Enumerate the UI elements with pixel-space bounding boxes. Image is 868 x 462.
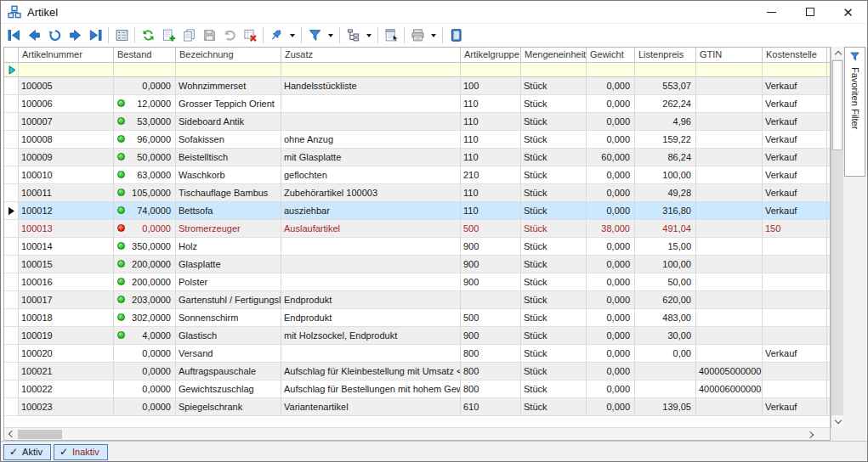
inaktiv-toggle-button[interactable]: ✓ Inaktiv <box>54 444 108 460</box>
scroll-up-button[interactable] <box>831 47 844 59</box>
cell-listenpreis[interactable] <box>635 363 696 380</box>
table-row[interactable]: 100018302,0000SonnenschirmEndprodukt500S… <box>4 309 830 327</box>
filter-cell-bezeichnung[interactable] <box>176 63 281 77</box>
cell-mengeneinheit[interactable]: Stück <box>521 380 587 398</box>
cell-mengeneinheit[interactable]: Stück <box>521 238 587 256</box>
refresh-button[interactable] <box>138 25 158 45</box>
cell-zusatz[interactable] <box>281 113 461 131</box>
row-selector-cell[interactable] <box>4 363 19 380</box>
cell-mengeneinheit[interactable]: Stück <box>521 131 587 149</box>
previous-record-button[interactable] <box>24 25 44 45</box>
table-row[interactable]: 10000612,0000Grosser Teppich Orient110St… <box>4 95 830 113</box>
column-header-artikelnummer[interactable]: Artikelnummer <box>19 48 114 63</box>
cell-artikelgruppe[interactable]: 110 <box>461 184 521 202</box>
filter-cell-h[interactable] <box>827 63 830 77</box>
row-selector-cell[interactable] <box>4 113 19 131</box>
row-selector-cell[interactable] <box>4 184 19 202</box>
cell-artikelnummer[interactable]: 100019 <box>19 327 114 345</box>
cell-artikelnummer[interactable]: 100013 <box>19 220 114 238</box>
table-row[interactable]: 10000950,0000Beistelltischmit Glasplatte… <box>4 149 830 166</box>
cell-bestand[interactable]: 53,0000 <box>114 113 176 131</box>
cell-mengeneinheit[interactable]: Stück <box>521 95 587 113</box>
cell-zusatz[interactable]: ausziehbar <box>281 202 461 220</box>
row-selector-cell[interactable] <box>4 309 19 327</box>
cell-artikelgruppe[interactable]: 900 <box>461 238 521 256</box>
row-selector-cell[interactable] <box>4 220 19 238</box>
cell-artikelnummer[interactable]: 100018 <box>19 309 114 327</box>
cell-zusatz[interactable]: Aufschlag für Bestellungen mit hohem Gew… <box>281 380 461 398</box>
cell-kostenstelle[interactable] <box>763 238 827 256</box>
cell-kostenstelle[interactable]: Verkauf <box>763 184 827 202</box>
reload-record-button[interactable] <box>44 25 65 45</box>
column-header-artikelgruppe[interactable]: Artikelgruppe <box>461 48 521 63</box>
cell-listenpreis[interactable]: 139,05 <box>635 398 696 416</box>
cell-listenpreis[interactable]: 553,07 <box>635 77 696 95</box>
column-header-listenpreis[interactable]: Listenpreis <box>635 48 696 63</box>
cell-gtin[interactable] <box>696 291 763 309</box>
filter-cell-bestand[interactable] <box>114 63 176 77</box>
cell-mengeneinheit[interactable]: Stück <box>521 149 587 166</box>
column-header-zusatz[interactable]: Zusatz <box>281 48 461 63</box>
edit-form-button[interactable] <box>381 25 401 45</box>
cell-artikelgruppe[interactable]: 110 <box>461 149 521 166</box>
cell-mengeneinheit[interactable]: Stück <box>521 166 587 184</box>
cell-kostenstelle[interactable] <box>763 256 827 273</box>
vertical-scroll-thumb[interactable] <box>832 60 842 150</box>
cell-listenpreis[interactable]: 483,00 <box>635 309 696 327</box>
cell-gtin[interactable] <box>696 273 763 291</box>
cell-listenpreis[interactable]: 50,00 <box>635 273 696 291</box>
column-header-h[interactable]: H <box>827 48 830 63</box>
cell-h[interactable] <box>827 131 830 149</box>
cell-mengeneinheit[interactable]: Stück <box>521 273 587 291</box>
cell-kostenstelle[interactable]: Verkauf <box>763 202 827 220</box>
first-record-button[interactable] <box>3 25 24 45</box>
cell-gtin[interactable] <box>696 77 763 95</box>
table-row[interactable]: 1000200,0000Versand800Stück0,0000,00Verk… <box>4 345 830 363</box>
cell-gtin[interactable] <box>696 113 763 131</box>
cell-gewicht[interactable]: 38,000 <box>587 220 635 238</box>
cell-artikelgruppe[interactable]: 800 <box>461 380 521 398</box>
cell-bestand[interactable]: 0,0000 <box>114 345 176 363</box>
cell-gtin[interactable] <box>696 184 763 202</box>
table-row[interactable]: 1000220,0000GewichtszuschlagAufschlag fü… <box>4 380 830 398</box>
cell-artikelgruppe[interactable]: 800 <box>461 345 521 363</box>
cell-bezeichnung[interactable]: Stromerzeuger <box>176 220 281 238</box>
cell-bestand[interactable]: 105,0000 <box>114 184 176 202</box>
cell-zusatz[interactable]: geflochten <box>281 166 461 184</box>
next-record-button[interactable] <box>65 25 85 45</box>
row-selector-cell[interactable] <box>4 327 19 345</box>
cell-artikelgruppe[interactable]: 900 <box>461 273 521 291</box>
cell-bestand[interactable]: 350,0000 <box>114 238 176 256</box>
table-row[interactable]: 100016200,0000Polster900Stück0,00050,00 <box>4 273 830 291</box>
row-selector-cell[interactable] <box>4 95 19 113</box>
table-row[interactable]: 10000753,0000Sideboard Antik110Stück0,00… <box>4 113 830 131</box>
cell-kostenstelle[interactable]: Verkauf <box>763 398 827 416</box>
row-selector-cell[interactable] <box>4 149 19 166</box>
cell-gewicht[interactable]: 60,000 <box>587 149 635 166</box>
filter-dropdown-button[interactable] <box>325 25 337 45</box>
cell-gtin[interactable] <box>696 345 763 363</box>
cell-h[interactable] <box>827 95 830 113</box>
cell-bestand[interactable]: 0,0000 <box>114 77 176 95</box>
cell-h[interactable] <box>827 309 830 327</box>
cell-bestand[interactable]: 50,0000 <box>114 149 176 166</box>
cell-bezeichnung[interactable]: Bettsofa <box>176 202 281 220</box>
table-row[interactable]: 10001063,0000Waschkorbgeflochten210Stück… <box>4 166 830 184</box>
cell-gewicht[interactable]: 0,000 <box>587 398 635 416</box>
cell-gtin[interactable] <box>696 327 763 345</box>
cell-bezeichnung[interactable]: Waschkorb <box>176 166 281 184</box>
cell-listenpreis[interactable]: 316,80 <box>635 202 696 220</box>
row-selector-cell[interactable] <box>4 256 19 273</box>
cell-gtin[interactable] <box>696 309 763 327</box>
cell-bezeichnung[interactable]: Gewichtszuschlag <box>176 380 281 398</box>
horizontal-scrollbar[interactable] <box>4 427 830 440</box>
table-row[interactable]: 100014350,0000Holz900Stück0,00015,00 <box>4 238 830 256</box>
filter-cell-zusatz[interactable] <box>281 63 461 77</box>
filter-button[interactable] <box>304 25 325 45</box>
column-header-kostenstelle[interactable]: Kostenstelle <box>763 48 827 63</box>
cell-gtin[interactable] <box>696 166 763 184</box>
cell-artikelnummer[interactable]: 100023 <box>19 398 114 416</box>
cell-h[interactable] <box>827 166 830 184</box>
cell-h[interactable] <box>827 291 830 309</box>
cell-h[interactable] <box>827 113 830 131</box>
